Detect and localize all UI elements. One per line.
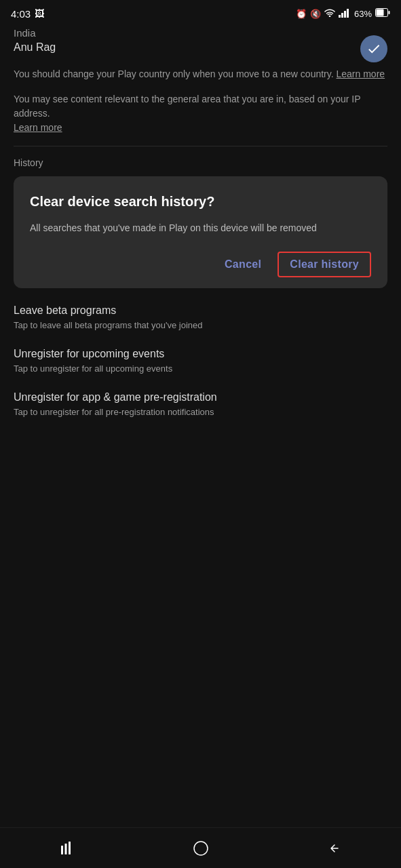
status-time-group: 4:03 🖼	[11, 8, 44, 20]
gallery-icon: 🖼	[35, 8, 44, 19]
clear-history-dialog: Clear device search history? All searche…	[14, 176, 387, 288]
status-icons-group: ⏰ 🔇 63%	[296, 8, 390, 19]
back-button[interactable]	[318, 831, 351, 865]
alarm-icon: ⏰	[296, 9, 307, 19]
svg-rect-7	[377, 9, 384, 16]
recent-apps-button[interactable]	[50, 831, 84, 865]
battery-text: 63%	[354, 9, 372, 19]
signal-icon	[339, 9, 351, 19]
clear-history-button[interactable]: Clear history	[278, 252, 371, 277]
svg-rect-6	[389, 11, 390, 14]
svg-point-0	[329, 16, 331, 17]
leave-beta-subtitle: Tap to leave all beta programs that you'…	[14, 319, 387, 332]
list-item-leave-beta[interactable]: Leave beta programs Tap to leave all bet…	[14, 304, 387, 332]
content-area: India Anu Rag You should change your Pla…	[0, 24, 401, 490]
learn-more-link-1[interactable]: Learn more	[337, 68, 385, 79]
svg-rect-11	[194, 842, 208, 855]
history-section-label: History	[14, 157, 387, 168]
battery-icon	[375, 8, 390, 19]
svg-rect-2	[341, 13, 343, 18]
unregister-prereg-subtitle: Tap to unregister for all pre-registrati…	[14, 406, 387, 418]
dialog-body: All searches that you've made in Play on…	[30, 221, 371, 235]
wifi-icon	[324, 8, 335, 19]
svg-rect-1	[339, 15, 341, 18]
leave-beta-title: Leave beta programs	[14, 304, 387, 317]
svg-rect-10	[69, 842, 71, 854]
user-name: Anu Rag	[14, 41, 387, 54]
country-change-info: You should change your Play country only…	[14, 67, 387, 81]
unregister-events-title: Unregister for upcoming events	[14, 348, 387, 360]
unregister-prereg-title: Unregister for app & game pre-registrati…	[14, 391, 387, 403]
unregister-events-subtitle: Tap to unregister for all upcoming event…	[14, 363, 387, 375]
svg-rect-3	[344, 11, 346, 18]
svg-rect-9	[64, 844, 66, 854]
nav-bar	[0, 827, 401, 868]
ip-address-info: You may see content relevant to the gene…	[14, 92, 387, 135]
list-item-unregister-events[interactable]: Unregister for upcoming events Tap to un…	[14, 348, 387, 375]
status-bar: 4:03 🖼 ⏰ 🔇 63%	[0, 0, 401, 24]
status-time: 4:03	[11, 8, 31, 20]
dialog-buttons: Cancel Clear history	[30, 252, 371, 277]
learn-more-link-2[interactable]: Learn more	[14, 122, 62, 133]
silent-icon: 🔇	[310, 9, 321, 19]
checkmark-circle	[360, 35, 387, 62]
location-label: India	[14, 24, 387, 39]
dialog-title: Clear device search history?	[30, 193, 371, 210]
cancel-button[interactable]: Cancel	[214, 252, 272, 277]
home-button[interactable]	[184, 831, 218, 865]
list-item-unregister-preregistration[interactable]: Unregister for app & game pre-registrati…	[14, 391, 387, 418]
svg-rect-4	[347, 9, 349, 18]
svg-rect-8	[61, 846, 63, 854]
section-divider	[14, 146, 387, 146]
